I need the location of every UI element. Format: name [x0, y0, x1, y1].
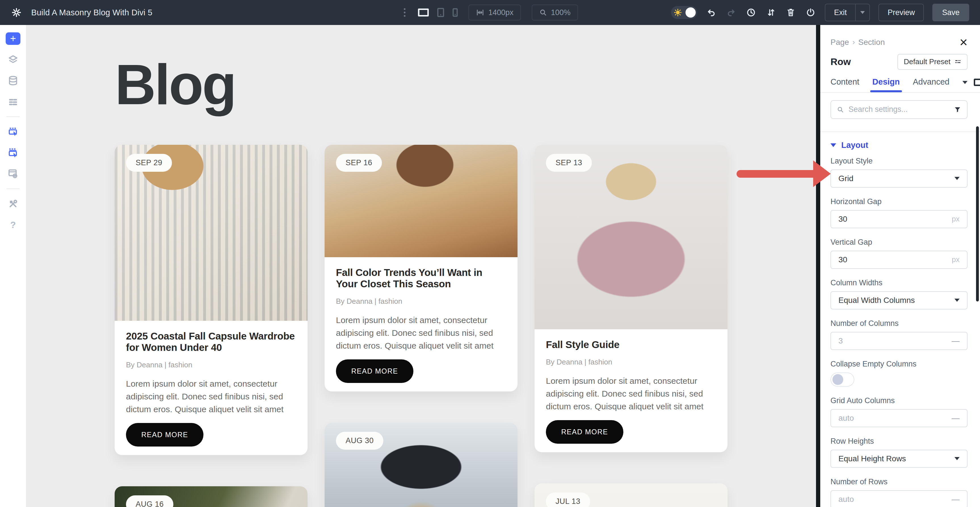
tab-advanced[interactable]: Advanced	[913, 77, 949, 88]
settings-field: Horizontal Gappx	[830, 197, 967, 228]
settings-field: Number of Rows—	[830, 477, 967, 507]
preview-button[interactable]: Preview	[878, 4, 924, 21]
element-title: Row	[830, 56, 851, 67]
close-icon[interactable]: ×	[959, 37, 967, 47]
exit-dropdown-button[interactable]	[855, 4, 869, 21]
field-label: Number of Columns	[830, 319, 967, 328]
tab-content[interactable]: Content	[830, 77, 859, 88]
filter-icon[interactable]	[954, 105, 961, 113]
field-input[interactable]: px	[830, 210, 967, 228]
post-image[interactable]: SEP 16	[325, 145, 517, 257]
insert-row-icon[interactable]	[7, 126, 19, 138]
field-input-value[interactable]	[838, 336, 923, 346]
zoom-icon	[539, 8, 547, 16]
field-input[interactable]: —	[830, 409, 967, 427]
settings-field: Vertical Gappx	[830, 238, 967, 269]
builder-left-sidebar: +	[0, 25, 26, 507]
help-icon[interactable]: ?	[7, 218, 19, 231]
read-more-button[interactable]: READ MORE	[546, 420, 624, 444]
post-image[interactable]: JUL 13	[535, 483, 727, 507]
post-body: 2025 Coastal Fall Capsule Wardrobe for W…	[115, 321, 307, 455]
preview-label: Preview	[879, 4, 923, 21]
settings-search	[830, 100, 967, 119]
post-image[interactable]: SEP 29	[115, 145, 307, 321]
range-dash-icon: —	[951, 495, 959, 504]
read-more-button[interactable]: READ MORE	[336, 359, 414, 383]
field-select[interactable]: Equal Height Rows	[830, 450, 967, 468]
blog-post-card[interactable]: SEP 292025 Coastal Fall Capsule Wardrobe…	[115, 145, 307, 455]
post-excerpt: Lorem ipsum dolor sit amet, consectetur …	[336, 314, 506, 352]
field-select[interactable]: Grid	[830, 169, 967, 188]
layers-icon[interactable]	[7, 53, 19, 66]
light-dark-mode-toggle[interactable]	[671, 6, 697, 19]
save-button[interactable]: Save	[932, 4, 969, 21]
database-icon[interactable]	[7, 74, 19, 87]
search-input[interactable]	[849, 105, 949, 114]
canvas-width-value: 1400px	[488, 8, 514, 17]
sort-order-icon[interactable]	[765, 7, 776, 18]
blog-post-card[interactable]: AUG 16	[115, 486, 307, 507]
redo-icon[interactable]	[725, 7, 737, 18]
breadcrumb-section[interactable]: Section	[858, 38, 885, 47]
page-preview-icon[interactable]	[7, 167, 19, 180]
list-view-icon[interactable]	[7, 96, 19, 108]
field-input[interactable]: —	[830, 490, 967, 507]
post-image[interactable]: SEP 13	[535, 145, 727, 329]
section-collapse-icon	[830, 143, 836, 147]
settings-field: Number of Columns—	[830, 319, 967, 350]
trash-icon[interactable]	[785, 7, 796, 18]
field-input[interactable]: px	[830, 251, 967, 269]
field-input-value[interactable]	[838, 414, 923, 422]
history-icon[interactable]	[745, 7, 757, 18]
portability-icon[interactable]	[805, 7, 816, 18]
post-meta: By Deanna | fashion	[336, 297, 506, 306]
annotation-arrow	[737, 170, 817, 178]
blog-post-card[interactable]: AUG 30	[325, 422, 517, 507]
tablet-view-icon[interactable]	[437, 8, 444, 17]
canvas-width-input[interactable]: 1400px	[468, 5, 521, 21]
post-image[interactable]: AUG 16	[115, 486, 307, 507]
blog-post-card[interactable]: SEP 16Fall Color Trends You’ll Want in Y…	[325, 145, 517, 391]
canvas-zoom-input[interactable]: 100%	[532, 5, 578, 21]
blog-post-card[interactable]: JUL 13	[535, 483, 727, 507]
insert-section-icon[interactable]	[7, 147, 19, 159]
panel-scrollbar[interactable]	[976, 126, 979, 301]
undo-icon[interactable]	[706, 7, 717, 18]
annotation-arrow-head	[813, 160, 831, 187]
desktop-view-icon[interactable]	[418, 8, 429, 16]
post-image[interactable]: AUG 30	[325, 422, 517, 507]
field-input-value[interactable]	[838, 215, 923, 224]
tools-icon[interactable]	[7, 198, 19, 210]
toggle-switch[interactable]	[830, 372, 854, 387]
add-module-button[interactable]: +	[6, 32, 21, 45]
field-select[interactable]: Equal Width Columns	[830, 291, 967, 309]
builder-canvas[interactable]: Blog SEP 292025 Coastal Fall Capsule War…	[27, 25, 816, 507]
settings-field: Collapse Empty Columns	[830, 360, 967, 387]
field-input[interactable]: —	[830, 332, 967, 350]
exit-button[interactable]: Exit	[826, 4, 855, 21]
default-preset-button[interactable]: Default Preset	[897, 54, 967, 70]
tab-design[interactable]: Design	[872, 77, 900, 88]
toggle-knob	[832, 374, 843, 385]
settings-tabs: Content Design Advanced	[820, 77, 980, 93]
blog-post-card[interactable]: SEP 13Fall Style GuideBy Deanna | fashio…	[535, 145, 727, 452]
select-value: Equal Width Columns	[838, 296, 915, 305]
panel-resize-divider[interactable]	[816, 25, 820, 507]
read-more-button[interactable]: READ MORE	[126, 423, 204, 446]
preset-icon	[955, 59, 961, 65]
grid-column-2: SEP 16Fall Color Trends You’ll Want in Y…	[325, 145, 517, 507]
phone-view-icon[interactable]	[453, 8, 458, 17]
post-date-badge: SEP 29	[126, 154, 172, 172]
page-settings-gear-icon[interactable]	[11, 7, 22, 18]
field-input-value[interactable]	[838, 255, 923, 264]
settings-panel: Page › Section × Row Default Preset Cont…	[820, 25, 980, 507]
breadcrumb-page[interactable]: Page	[830, 38, 849, 47]
field-label: Horizontal Gap	[830, 197, 967, 206]
field-input-value[interactable]	[838, 495, 923, 504]
chevron-down-icon[interactable]	[963, 81, 967, 84]
field-label: Vertical Gap	[830, 238, 967, 247]
more-options-icon[interactable]	[402, 6, 407, 18]
post-meta: By Deanna | fashion	[126, 360, 296, 369]
desktop-responsive-icon[interactable]	[974, 79, 980, 86]
layout-section-header[interactable]: Layout	[830, 140, 967, 150]
